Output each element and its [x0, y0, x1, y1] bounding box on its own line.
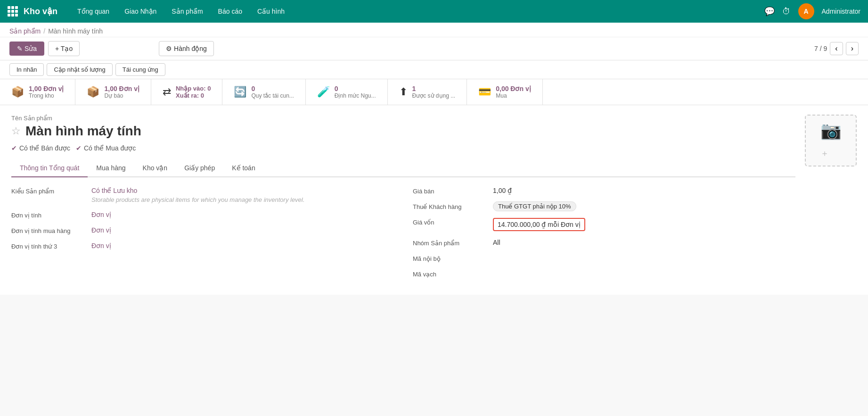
- stat-dinh-muc[interactable]: 🧪 0 Định mức Ngu...: [306, 79, 388, 105]
- nav-bao-cao[interactable]: Báo cáo: [212, 4, 249, 19]
- value-kieu-san-pham[interactable]: Có thể Lưu kho: [91, 187, 394, 194]
- stat-quy-tac[interactable]: 🔄 0 Quy tắc tái cun...: [222, 79, 305, 105]
- label-gia-ban: Giá bán: [413, 187, 488, 195]
- field-gia-von: Giá vốn 14.700.000,00 ₫ mỗi Đơn vị: [413, 218, 795, 231]
- pagination-text: 7 / 9: [814, 45, 827, 52]
- chat-icon[interactable]: 💬: [764, 6, 775, 17]
- value-don-vi-thu3[interactable]: Đơn vị: [91, 242, 394, 250]
- action-bar: ✎ Sửa + Tạo ⚙ Hành động 7 / 9 ‹ ›: [0, 37, 868, 60]
- field-ma-vach: Mã vạch: [413, 270, 795, 278]
- value-don-vi-tinh[interactable]: Đơn vị: [91, 211, 394, 218]
- stat-dinh-muc-value: 0: [335, 85, 376, 92]
- field-don-vi-mua: Đơn vị tính mua hàng Đơn vị: [11, 226, 394, 234]
- can-sell-check[interactable]: ✔: [11, 144, 17, 152]
- action-button[interactable]: ⚙ Hành động: [159, 41, 214, 56]
- breadcrumb: Sản phẩm / Màn hình máy tính: [0, 23, 868, 37]
- nav-menu: Tổng quan Giao Nhận Sản phẩm Báo cáo Cấu…: [71, 4, 764, 19]
- tab-ke-toan[interactable]: Kế toán: [223, 159, 263, 177]
- avatar[interactable]: A: [798, 3, 814, 19]
- tax-badge[interactable]: Thuế GTGT phải nộp 10%: [493, 201, 576, 211]
- navbar: Kho vận Tổng quan Giao Nhận Sản phẩm Báo…: [0, 0, 868, 23]
- breadcrumb-current: Màn hình máy tính: [48, 27, 103, 35]
- stat-su-dung[interactable]: ⬆ 1 Được sử dụng ...: [388, 79, 467, 105]
- warehouse-icon: 📦: [11, 86, 24, 98]
- main-content: Tên Sản phẩm ☆ Màn hình máy tính ✔ Có th…: [0, 105, 868, 295]
- field-thue: Thuế Khách hàng Thuế GTGT phải nộp 10%: [413, 202, 795, 210]
- label-thue: Thuế Khách hàng: [413, 202, 488, 210]
- label-don-vi-thu3: Đơn vị tính thứ 3: [11, 242, 87, 250]
- prev-button[interactable]: ‹: [830, 42, 843, 55]
- can-buy-label: Có thể Mua được: [84, 144, 136, 152]
- product-badges: ✔ Có thể Bán được ✔ Có thể Mua được: [11, 144, 795, 152]
- value-nhom-san-pham[interactable]: All: [493, 239, 795, 246]
- favorite-icon[interactable]: ☆: [11, 125, 21, 137]
- replenish-button[interactable]: Tái cung ứng: [115, 63, 165, 76]
- nav-cau-hinh[interactable]: Cấu hình: [251, 4, 291, 19]
- stat-du-bao-label: Dự báo: [104, 92, 139, 99]
- value-gia-von[interactable]: 14.700.000,00 ₫ mỗi Đơn vị: [493, 218, 585, 231]
- nav-tong-quan[interactable]: Tổng quan: [71, 4, 116, 19]
- value-don-vi-mua[interactable]: Đơn vị: [91, 226, 394, 234]
- tab-mua-hang[interactable]: Mua hàng: [88, 159, 134, 177]
- form-right: Giá bán 1,00 ₫ Thuế Khách hàng Thuế GTGT…: [413, 187, 795, 285]
- product-info: Tên Sản phẩm ☆ Màn hình máy tính ✔ Có th…: [11, 115, 795, 285]
- form-layout: Kiểu Sản phẩm Có thể Lưu kho Storable pr…: [11, 187, 795, 285]
- field-ma-noi-bo: Mã nội bộ: [413, 254, 795, 262]
- stat-trong-kho[interactable]: 📦 1,00 Đơn vị Trong kho: [0, 79, 75, 105]
- product-section: Tên Sản phẩm ☆ Màn hình máy tính ✔ Có th…: [11, 115, 857, 285]
- stat-quy-tac-label: Quy tắc tái cun...: [251, 92, 294, 99]
- apps-icon[interactable]: [8, 6, 18, 17]
- label-ma-noi-bo: Mã nội bộ: [413, 254, 488, 262]
- product-title-row: ☆ Màn hình máy tính: [11, 124, 795, 139]
- stat-trong-kho-label: Trong kho: [29, 92, 64, 99]
- nav-giao-nhan[interactable]: Giao Nhận: [118, 4, 163, 19]
- next-button[interactable]: ›: [846, 42, 859, 55]
- stat-nhap-value: Nhập vào: 0: [176, 85, 211, 92]
- forecast-icon: 📦: [87, 86, 99, 98]
- hint-kieu-san-pham: Storable products are physical items for…: [91, 196, 394, 203]
- field-don-vi-tinh: Đơn vị tính Đơn vị: [11, 211, 394, 219]
- stat-mua-label: Mua: [496, 92, 531, 99]
- reorder-icon: 🔄: [234, 86, 246, 98]
- stat-du-bao-value: 1,00 Đơn vị: [104, 85, 139, 92]
- stat-mua[interactable]: 💳 0,00 Đơn vị Mua: [467, 79, 542, 105]
- product-image[interactable]: 📷＋: [805, 115, 857, 166]
- navbar-right: 💬 ⏱ A Administrator: [764, 3, 860, 19]
- tab-giay-phep[interactable]: Giấy phép: [176, 159, 223, 177]
- product-title: Màn hình máy tính: [25, 124, 141, 139]
- value-gia-ban[interactable]: 1,00 ₫: [493, 187, 795, 194]
- camera-icon: 📷＋: [820, 121, 842, 160]
- brand-name[interactable]: Kho vận: [24, 6, 57, 17]
- create-button[interactable]: + Tạo: [48, 41, 80, 56]
- nav-san-pham[interactable]: Sản phẩm: [165, 4, 209, 19]
- stat-xuat-value: Xuất ra: 0: [176, 92, 204, 99]
- label-don-vi-tinh: Đơn vị tính: [11, 211, 87, 219]
- tab-thong-tin[interactable]: Thông tin Tổng quát: [11, 159, 88, 177]
- tab-kho-van[interactable]: Kho vận: [134, 159, 176, 177]
- pagination: 7 / 9 ‹ ›: [814, 42, 859, 55]
- field-nhom-san-pham: Nhóm Sản phẩm All: [413, 239, 795, 247]
- product-label: Tên Sản phẩm: [11, 115, 795, 122]
- can-sell-badge: ✔ Có thể Bán được: [11, 144, 70, 152]
- label-kieu-san-pham: Kiểu Sản phẩm: [11, 187, 87, 195]
- can-buy-check[interactable]: ✔: [76, 144, 82, 152]
- update-quantity-button[interactable]: Cập nhật số lượng: [47, 63, 112, 76]
- breadcrumb-parent[interactable]: Sản phẩm: [9, 27, 41, 35]
- stat-quy-tac-value: 0: [251, 85, 294, 92]
- can-sell-label: Có thể Bán được: [19, 144, 70, 152]
- stat-nhap-xuat[interactable]: ⇄ Nhập vào: 0 Xuất ra: 0: [151, 79, 222, 105]
- form-left: Kiểu Sản phẩm Có thể Lưu kho Storable pr…: [11, 187, 394, 285]
- stat-dinh-muc-label: Định mức Ngu...: [335, 92, 376, 99]
- print-label-button[interactable]: In nhãn: [9, 63, 44, 76]
- help-icon[interactable]: ⏱: [782, 7, 791, 17]
- sub-action-bar: In nhãn Cập nhật số lượng Tái cung ứng: [0, 60, 868, 79]
- label-ma-vach: Mã vạch: [413, 270, 488, 278]
- stat-du-bao[interactable]: 📦 1,00 Đơn vị Dự báo: [75, 79, 151, 105]
- username: Administrator: [822, 8, 860, 15]
- transfer-icon: ⇄: [163, 86, 171, 98]
- edit-button[interactable]: ✎ Sửa: [9, 42, 44, 56]
- tabs: Thông tin Tổng quát Mua hàng Kho vận Giấ…: [11, 159, 795, 177]
- stats-bar: 📦 1,00 Đơn vị Trong kho 📦 1,00 Đơn vị Dự…: [0, 79, 868, 105]
- field-gia-ban: Giá bán 1,00 ₫: [413, 187, 795, 195]
- stat-mua-value: 0,00 Đơn vị: [496, 85, 531, 92]
